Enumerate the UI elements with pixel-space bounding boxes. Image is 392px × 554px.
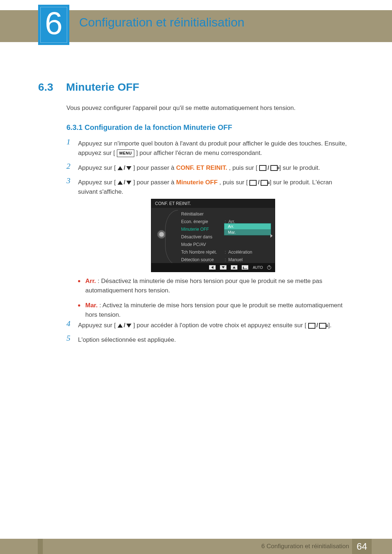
source-icon: [308, 323, 315, 329]
text-fragment: ].: [328, 322, 331, 329]
step-number: 5: [66, 334, 78, 342]
step-number: 2: [66, 162, 78, 170]
step-text: L'option sélectionnée est appliquée.: [78, 335, 353, 345]
text-fragment: , puis sur [: [219, 179, 248, 186]
down-arrow-icon: [126, 324, 131, 328]
step-5: 5 L'option sélectionnée est appliquée.: [66, 335, 353, 345]
manual-page: 6 Configuration et réinitialisation 6.3 …: [0, 0, 392, 554]
osd-row: Réinitialiser: [181, 210, 270, 218]
osd-value: Accélération: [228, 250, 270, 255]
osd-dropdown-option: Mar.: [224, 229, 271, 235]
step-number: 1: [66, 138, 78, 146]
page-number-badge: 64: [352, 539, 372, 554]
up-arrow-icon: [118, 166, 123, 170]
bullet-arr: Arr. : Désactivez la minuterie de mise h…: [78, 276, 354, 296]
osd-dropdown: Arr. Mar.: [224, 223, 271, 235]
osd-label: Econ. énergie: [181, 219, 225, 224]
osd-value: Manuel: [228, 257, 270, 262]
steps-list-cont: 4 Appuyez sur [ / ] pour accéder à l'opt…: [66, 321, 353, 350]
osd-footer-down-icon: [220, 265, 226, 270]
enter-icon: [270, 165, 278, 171]
osd-footer-back-icon: [209, 265, 216, 270]
osd-label: Réinitialiser: [181, 212, 225, 217]
enter-icon: [319, 323, 326, 329]
chapter-title: Configuration et réinitialisation: [79, 15, 244, 29]
text-fragment: ] pour passer à: [133, 164, 176, 171]
footer-accent: [38, 539, 43, 554]
down-arrow-icon: [126, 181, 131, 185]
bullet-dot-icon: [78, 304, 80, 307]
step-text: Appuyez sur n'importe quel bouton à l'av…: [78, 139, 353, 158]
section-number: 6.3: [38, 81, 53, 93]
down-arrow-icon: [126, 166, 131, 170]
osd-screenshot: CONF. ET REINIT. Réinitialiser Econ. éne…: [151, 199, 275, 272]
osd-row: Mode PC/AV: [181, 241, 270, 248]
chapter-number-block: 6: [38, 5, 69, 45]
enter-icon: [261, 180, 268, 186]
osd-footer: AUTO: [151, 263, 275, 272]
osd-footer-up-icon: [231, 265, 237, 270]
source-icon: [259, 165, 266, 171]
power-icon: [267, 266, 271, 270]
osd-title: CONF. ET REINIT.: [151, 199, 275, 208]
osd-footer-auto: AUTO: [253, 266, 263, 270]
keyword-minuterie-off: Minuterie OFF: [176, 179, 217, 186]
osd-label: Minuterie OFF: [181, 227, 225, 232]
text-fragment: ] pour passer à: [133, 179, 176, 186]
osd-row: Détection source : Manuel: [181, 256, 270, 263]
steps-list: 1 Appuyez sur n'importe quel bouton à l'…: [66, 139, 353, 202]
osd-items: Réinitialiser Econ. énergie : Arr. Minut…: [181, 210, 270, 263]
text-fragment: Appuyez sur [: [78, 322, 116, 329]
up-arrow-icon: [118, 324, 123, 328]
step-text: Appuyez sur [ / ] pour accéder à l'optio…: [78, 321, 353, 330]
step-3: 3 Appuyez sur [ / ] pour passer à Minute…: [66, 178, 353, 197]
menu-button-icon: MENU: [117, 149, 134, 157]
subsection-heading: 6.3.1 Configuration de la fonction Minut…: [66, 123, 232, 132]
text-fragment: Appuyez sur [: [78, 179, 116, 186]
osd-label: Détection source: [181, 257, 225, 262]
osd-dropdown-option-selected: Arr.: [224, 223, 271, 229]
section-intro: Vous pouvez configurer l'appareil pour q…: [66, 104, 295, 112]
step-number: 3: [66, 177, 78, 185]
step-4: 4 Appuyez sur [ / ] pour accéder à l'opt…: [66, 321, 353, 330]
footer-chapter-label: 6 Configuration et réinitialisation: [261, 539, 349, 554]
chevron-right-icon: [270, 234, 273, 238]
step-text: Appuyez sur [ / ] pour passer à Minuteri…: [78, 178, 353, 197]
up-arrow-icon: [118, 181, 123, 185]
text-fragment: ] pour accéder à l'option de votre choix…: [133, 322, 306, 329]
keyword-conf-reinit: CONF. ET REINIT.: [176, 164, 227, 171]
text-fragment: , puis sur [: [229, 164, 257, 171]
keyword-mar: Mar.: [85, 302, 98, 309]
option-bullets: Arr. : Désactivez la minuterie de mise h…: [78, 276, 354, 325]
osd-label: Tch Nombre répét.: [181, 250, 225, 255]
bullet-dot-icon: [78, 280, 80, 282]
osd-body: Réinitialiser Econ. énergie : Arr. Minut…: [151, 208, 275, 268]
osd-row: Tch Nombre répét. : Accélération: [181, 248, 270, 256]
text-fragment: : Désactivez la minuterie de mise hors t…: [85, 278, 322, 294]
text-fragment: Appuyez sur [: [78, 164, 116, 171]
step-2: 2 Appuyez sur [ / ] pour passer à CONF. …: [66, 163, 353, 173]
step-text: Appuyez sur [ / ] pour passer à CONF. ET…: [78, 163, 353, 173]
osd-label: Mode PC/AV: [181, 242, 225, 247]
osd-arc-decoration: [165, 210, 178, 265]
osd-footer-enter-icon: [242, 265, 248, 270]
text-fragment: : Activez la minuterie de mise hors tens…: [85, 302, 343, 318]
osd-label: Désactiver dans: [181, 234, 225, 239]
source-icon: [249, 180, 257, 186]
text-fragment: ] pour afficher l'écran de menu correspo…: [136, 149, 262, 156]
bullet-mar: Mar. : Activez la minuterie de mise hors…: [78, 301, 354, 320]
keyword-arr: Arr.: [85, 278, 96, 284]
text-fragment: ] sur le produit.: [279, 164, 320, 171]
step-number: 4: [66, 320, 78, 328]
step-1: 1 Appuyez sur n'importe quel bouton à l'…: [66, 139, 353, 158]
section-title: Minuterie OFF: [66, 81, 139, 93]
chapter-number: 6: [45, 4, 63, 41]
